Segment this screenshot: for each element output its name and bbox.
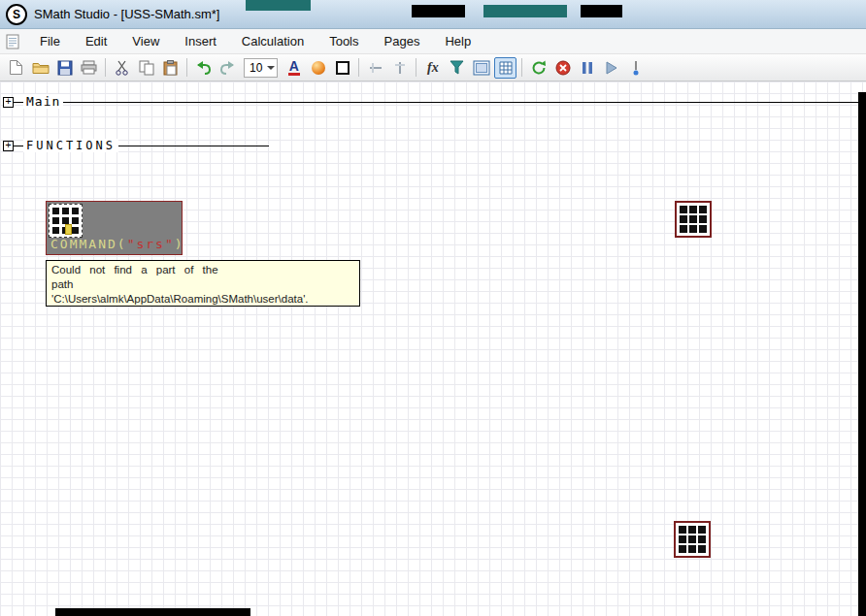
close-paren: )	[175, 237, 184, 251]
insert-function-icon[interactable]: fx	[421, 57, 444, 79]
selected-expression-region[interactable]: COMMAND("srs")	[46, 201, 183, 255]
menu-view[interactable]: View	[119, 31, 172, 52]
insert-unit-funnel-icon[interactable]	[446, 57, 468, 79]
application-window: S SMath Studio - [USS-SMath.sm*] File Ed…	[0, 0, 866, 616]
open-paren: (	[117, 237, 127, 251]
text-cursor	[65, 224, 72, 235]
copy-icon[interactable]	[135, 57, 157, 79]
tooltip-line: 'C:\Users\almk\AppData\Roaming\SMath\use…	[51, 292, 354, 307]
function-name: COMMAND	[50, 237, 117, 251]
open-folder-icon[interactable]	[29, 57, 51, 79]
page-boundary	[858, 92, 866, 616]
matrix-icon[interactable]	[675, 201, 712, 238]
toolbar-separator	[105, 58, 106, 77]
expression-text: COMMAND("srs")	[50, 237, 184, 251]
vertical-separator-icon[interactable]	[388, 57, 411, 79]
matrix-icon[interactable]	[674, 521, 711, 558]
section-expand-main[interactable]: +	[3, 97, 14, 108]
font-color-icon[interactable]: A	[283, 57, 305, 79]
redaction-block	[483, 5, 567, 17]
new-document-icon[interactable]	[5, 57, 27, 79]
toolbar-separator	[416, 58, 416, 77]
font-size-value: 10	[250, 61, 262, 75]
chevron-down-icon	[267, 66, 275, 70]
redaction-block	[55, 608, 250, 616]
toolbar-separator	[186, 58, 187, 77]
redo-icon[interactable]	[216, 57, 239, 79]
save-icon[interactable]	[53, 57, 76, 79]
menu-help[interactable]: Help	[432, 31, 483, 52]
toolbar: 10 A fx	[0, 54, 866, 81]
section-label-main: Main	[23, 94, 63, 109]
smath-logo-icon: S	[6, 4, 27, 25]
menu-insert[interactable]: Insert	[172, 31, 229, 52]
toolbar-separator	[521, 58, 522, 77]
pause-icon[interactable]	[576, 57, 598, 79]
menu-edit[interactable]: Edit	[73, 31, 119, 52]
document-icon	[6, 34, 19, 49]
menu-pages[interactable]: Pages	[372, 31, 433, 52]
sphere-icon[interactable]	[307, 57, 329, 79]
interrupt-icon[interactable]	[551, 57, 574, 79]
run-icon[interactable]	[600, 57, 622, 79]
horizontal-separator-icon[interactable]	[364, 57, 386, 79]
section-label-functions: FUNCTIONS	[23, 139, 118, 152]
insert-picture-icon[interactable]	[470, 57, 492, 79]
tooltip-line: path	[51, 277, 354, 292]
font-size-select[interactable]: 10	[244, 58, 278, 78]
cut-icon[interactable]	[111, 57, 133, 79]
print-icon[interactable]	[78, 57, 100, 79]
worksheet-canvas[interactable]: + Main + FUNCTIONS COMMAND("srs") Could …	[0, 81, 866, 616]
menu-file[interactable]: File	[27, 31, 73, 52]
toolbar-separator	[358, 58, 359, 77]
string-argument: "srs"	[127, 237, 175, 251]
section-divider-main	[14, 102, 858, 103]
redaction-block	[246, 0, 311, 11]
menu-tools[interactable]: Tools	[316, 31, 371, 52]
menu-calculation[interactable]: Calculation	[229, 31, 316, 52]
debug-step-icon[interactable]	[624, 57, 647, 79]
tooltip-line: Could not find a part of the	[51, 263, 354, 277]
undo-icon[interactable]	[192, 57, 215, 79]
title-bar[interactable]: S SMath Studio - [USS-SMath.sm*]	[0, 0, 866, 29]
redaction-block	[412, 5, 465, 17]
menu-bar: File Edit View Insert Calculation Tools …	[0, 29, 866, 54]
bordered-square-icon[interactable]	[331, 57, 353, 79]
paste-icon[interactable]	[159, 57, 182, 79]
recalculate-icon[interactable]	[527, 57, 550, 79]
error-tooltip: Could not find a part of the path 'C:\Us…	[46, 260, 360, 307]
window-title: SMath Studio - [USS-SMath.sm*]	[34, 7, 219, 21]
show-grid-toggle[interactable]	[494, 57, 516, 79]
redaction-block	[581, 5, 622, 17]
section-expand-functions[interactable]: +	[3, 141, 14, 151]
